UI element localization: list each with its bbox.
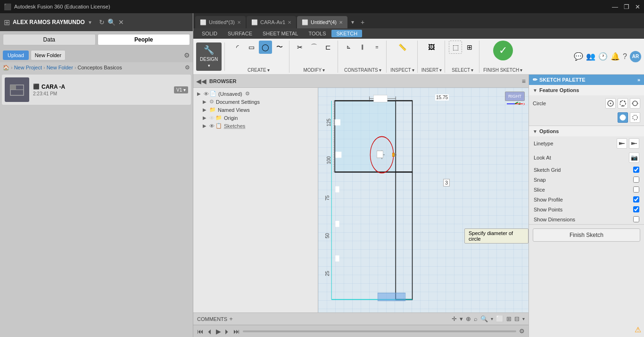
fit-icon[interactable]: 🔍	[480, 315, 488, 322]
slice-checkbox[interactable]	[633, 186, 639, 193]
toolbar-tab-sheetmetal[interactable]: SHEET METAL	[258, 30, 303, 37]
timeline-step-back-btn[interactable]: ⏴	[206, 328, 213, 335]
bell-icon[interactable]: 🔔	[611, 52, 620, 61]
select-label[interactable]: SELECT▾	[452, 67, 473, 73]
nav-arrow-icon[interactable]: ▾	[460, 315, 463, 322]
insert-image[interactable]: 🖼	[425, 41, 438, 54]
close-panel-icon[interactable]: ✕	[118, 18, 124, 26]
tab-people[interactable]: People	[98, 34, 190, 45]
modify-label[interactable]: MODIFY▾	[303, 67, 325, 73]
inspect-measure[interactable]: 📏	[396, 41, 409, 54]
tab-close-1[interactable]: ✕	[237, 20, 241, 25]
circle-input-value[interactable]: 3	[443, 179, 450, 186]
breadcrumb-home-icon[interactable]: 🏠	[3, 65, 9, 71]
panel-settings-icon[interactable]: ⚙	[184, 51, 190, 59]
add-comment-icon[interactable]: +	[229, 315, 233, 322]
showprofile-checkbox[interactable]	[633, 196, 639, 202]
constraint-parallel[interactable]: ∥	[356, 41, 369, 54]
user-avatar[interactable]: AR	[630, 51, 641, 62]
snap-checkbox[interactable]	[633, 177, 639, 183]
upload-button[interactable]: Upload	[3, 51, 29, 60]
browser-collapse-btn[interactable]: ◀◀	[196, 77, 206, 85]
view-icon[interactable]: ⬜	[496, 315, 504, 322]
toolbar-tab-solid[interactable]: SOLID	[197, 30, 222, 37]
circle-filled-active-btn[interactable]	[618, 112, 628, 123]
view-cube[interactable]: RIGHT X Z	[505, 92, 525, 106]
titlebar-controls[interactable]: — ❐ ✕	[612, 3, 640, 10]
circle-3point-btn[interactable]	[618, 98, 628, 109]
finish-label[interactable]: FINISH SKETCH▾	[483, 67, 522, 73]
create-spline-tool[interactable]: 〜	[273, 41, 286, 54]
insert-label[interactable]: INSERT▾	[421, 67, 442, 73]
circle-center-btn[interactable]	[605, 98, 616, 109]
tab-cara-av1[interactable]: ⬜ CARA-Av1 ✕	[247, 16, 296, 28]
inspect-label[interactable]: INSPECT▾	[390, 67, 414, 73]
circle-dashed-btn[interactable]	[630, 112, 640, 123]
toolbar-tab-sketch[interactable]: SKETCH	[331, 30, 362, 37]
display-icon[interactable]: ⊟	[514, 315, 520, 322]
lookat-icon-btn[interactable]: 📷	[629, 152, 639, 163]
tree-item-origin[interactable]: ▶ 👁 📁 Origin	[195, 114, 316, 122]
options-header[interactable]: ▼ Options	[529, 126, 644, 136]
create-rect-tool[interactable]: ▭	[245, 41, 258, 54]
new-folder-button[interactable]: New Folder	[31, 50, 66, 60]
palette-expand-icon[interactable]: »	[637, 77, 640, 83]
tab-untitled4[interactable]: ⬜ Untitled*(4) ✕	[297, 16, 347, 28]
modify-trim-tool[interactable]: ✂	[293, 41, 306, 54]
search-icon[interactable]: 🔍	[107, 18, 116, 26]
linetype-solid-btn[interactable]	[617, 138, 627, 149]
tab-data[interactable]: Data	[3, 34, 96, 45]
tree-item-docsettings[interactable]: ▶ ⚙ Document Settings	[195, 98, 316, 106]
collab-icon[interactable]: 👥	[586, 52, 595, 61]
browser-menu-icon[interactable]: ≡	[522, 77, 526, 85]
grid-view-icon[interactable]: ⊞	[506, 315, 512, 322]
toolbar-tab-tools[interactable]: TOOLS	[304, 30, 330, 37]
orbit-icon[interactable]: ⊕	[466, 315, 471, 322]
comment-icon[interactable]: 💬	[574, 52, 583, 61]
help-icon[interactable]: ?	[623, 52, 627, 61]
tree-eye-icon[interactable]: 👁	[204, 91, 209, 97]
breadcrumb-new-project[interactable]: New Project	[14, 65, 42, 70]
select-type[interactable]: ⊞	[463, 41, 476, 54]
zoom-icon[interactable]: ⌕	[474, 315, 478, 322]
toolbar-tab-surface[interactable]: SURFACE	[223, 30, 257, 37]
grid-icon[interactable]: ⊞	[4, 18, 10, 27]
feature-options-header[interactable]: ▼ Feature Options	[529, 85, 644, 95]
tab-add-icon[interactable]: +	[358, 16, 367, 28]
tree-item-unsaved[interactable]: ▶ 👁 📄 (Unsaved) ⚙	[195, 90, 316, 98]
constraint-perpendicular[interactable]: ⊾	[342, 41, 355, 54]
tree-eye-icon2[interactable]: 👁	[209, 115, 215, 121]
user-dropdown-icon[interactable]: ▼	[88, 20, 92, 25]
history-icon[interactable]: 🕐	[598, 52, 608, 61]
close-button[interactable]: ✕	[635, 3, 640, 10]
main-canvas[interactable]: 15.75 125 100 75 50	[318, 88, 528, 312]
create-arc-tool[interactable]: ◜	[231, 41, 244, 54]
tab-close-3[interactable]: ✕	[339, 20, 343, 25]
tab-close-2[interactable]: ✕	[288, 20, 291, 25]
refresh-icon[interactable]: ↻	[99, 18, 105, 26]
tree-eye-icon3[interactable]: 👁	[209, 123, 215, 129]
timeline-play-btn[interactable]: ▶	[216, 328, 221, 335]
design-button[interactable]: 🔧 DESIGN ▾	[196, 42, 222, 71]
modify-fillet-tool[interactable]: ⌒	[307, 41, 321, 54]
breadcrumb-settings-icon[interactable]: ⚙	[185, 64, 190, 71]
select-window[interactable]: ⬚	[449, 41, 462, 54]
breadcrumb-new-folder[interactable]: New Folder	[47, 65, 73, 70]
showpoints-checkbox[interactable]	[633, 206, 639, 212]
file-item[interactable]: ⬛ CARA -A 2:23:41 PM V1 ▾	[2, 75, 191, 105]
warning-icon[interactable]: ⚠	[635, 325, 641, 334]
timeline-bar[interactable]	[243, 330, 516, 332]
create-circle-tool[interactable]: ◯	[259, 41, 272, 54]
constraint-equal[interactable]: =	[370, 41, 383, 54]
circle-2tangent-btn[interactable]	[630, 98, 640, 109]
timeline-settings-icon[interactable]: ⚙	[519, 328, 525, 335]
fit-arrow[interactable]: ▾	[491, 316, 493, 321]
tab-untitled3[interactable]: ⬜ Untitled*(3) ✕	[195, 16, 246, 28]
tab-more-icon[interactable]: ▾	[348, 16, 357, 28]
timeline-fwd-btn[interactable]: ⏭	[233, 328, 240, 335]
modify-offset-tool[interactable]: ⊏	[322, 41, 335, 54]
timeline-step-fwd-btn[interactable]: ⏵	[224, 328, 231, 335]
constraints-label[interactable]: CONSTRAINTS▾	[344, 67, 381, 73]
nav-move-icon[interactable]: ✛	[452, 315, 457, 322]
sketchgrid-checkbox[interactable]	[633, 167, 639, 173]
